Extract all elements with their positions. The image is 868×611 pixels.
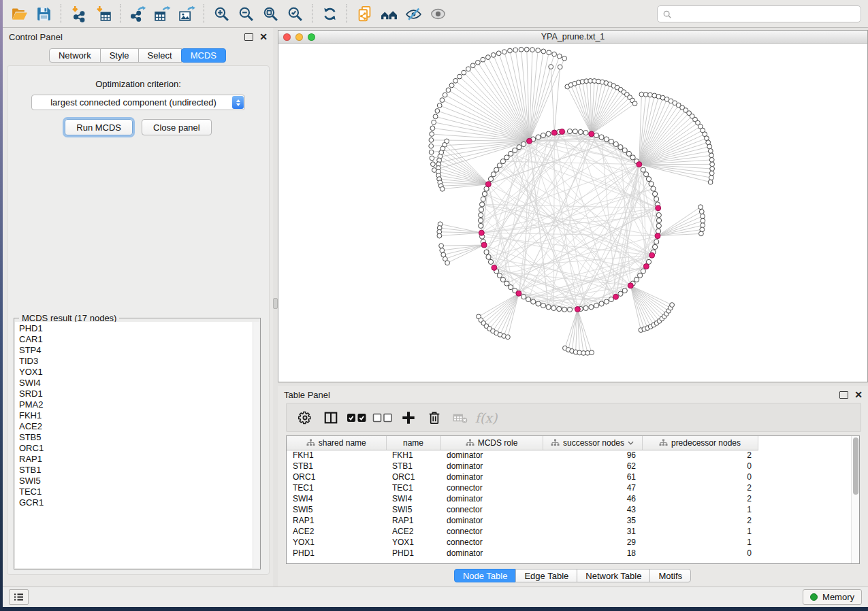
column-header-predecessor-nodes[interactable]: predecessor nodes [642,436,758,450]
mcds-result-list[interactable]: PHD1CAR1STP4TID3YOX1SWI4SRD1PMA2FKH1ACE2… [15,322,259,568]
mcds-result-item[interactable]: SWI4 [19,378,253,389]
cell-MCDS-role[interactable]: dominator [440,548,543,559]
mcds-result-item[interactable]: SWI5 [19,476,253,486]
column-header-shared-name[interactable]: shared name [287,436,386,450]
table-row[interactable]: ACE2ACE2connector311 [287,526,770,537]
mcds-result-item[interactable]: ORC1 [19,443,253,454]
cell-successor-nodes[interactable]: 62 [543,461,642,472]
memory-button[interactable]: Memory [803,589,862,605]
delete-row-button[interactable] [423,406,446,429]
cell-predecessor-nodes[interactable]: 2 [642,493,758,504]
cell-predecessor-nodes[interactable]: 1 [642,504,758,515]
cell-shared-name[interactable]: SWI5 [287,504,386,515]
network-canvas[interactable] [278,44,867,382]
cell-MCDS-role[interactable]: connector [440,482,543,493]
select-all-rows-button[interactable] [345,406,368,429]
tab-motifs[interactable]: Motifs [649,569,691,582]
cell-MCDS-role[interactable]: dominator [440,493,543,504]
cell-MCDS-role[interactable]: dominator [440,515,543,526]
cell-MCDS-role[interactable]: dominator [440,461,543,472]
mcds-result-item[interactable]: TEC1 [19,486,253,497]
mcds-result-item[interactable]: FKH1 [19,410,253,421]
zoom-selected-button[interactable] [283,3,307,24]
cell-successor-nodes[interactable]: 61 [543,472,642,482]
mcds-result-item[interactable]: PMA2 [19,399,253,410]
cell-successor-nodes[interactable]: 43 [543,504,642,515]
mcds-result-item[interactable]: PHD1 [19,323,253,334]
tab-edge-table[interactable]: Edge Table [515,569,577,582]
tab-network-table[interactable]: Network Table [577,569,650,582]
cell-name[interactable]: SWI4 [386,493,440,504]
table-row[interactable]: ORC1ORC1dominator610 [287,472,770,482]
hide-selected-button[interactable] [401,3,425,24]
first-neighbors-button[interactable] [376,3,401,24]
show-all-button[interactable] [425,3,450,24]
import-network-button[interactable] [66,3,91,24]
cell-name[interactable]: FKH1 [386,450,440,461]
export-network-button[interactable] [125,3,150,24]
cell-shared-name[interactable]: RAP1 [287,515,386,526]
cell-successor-nodes[interactable]: 29 [543,537,642,548]
cell-shared-name[interactable]: ACE2 [287,526,386,537]
save-session-button[interactable] [31,3,56,24]
cell-shared-name[interactable]: FKH1 [287,450,386,461]
vertical-splitter[interactable] [273,28,278,587]
cell-name[interactable]: STB1 [386,461,440,472]
open-file-button[interactable] [7,3,31,24]
cell-predecessor-nodes[interactable]: 1 [642,537,758,548]
cell-successor-nodes[interactable]: 18 [543,548,642,559]
splitter-handle[interactable] [273,298,278,309]
mcds-result-item[interactable]: CAR1 [19,334,253,345]
table-row[interactable]: TEC1TEC1connector472 [287,482,770,493]
deselect-all-rows-button[interactable] [371,406,394,429]
mcds-result-item[interactable]: GCR1 [19,497,253,508]
table-row[interactable]: STB1STB1dominator620 [287,461,770,472]
column-header-successor-nodes[interactable]: successor nodes [543,436,642,450]
cell-MCDS-role[interactable]: connector [440,537,543,548]
cell-predecessor-nodes[interactable]: 0 [642,461,758,472]
search-field[interactable] [675,9,856,19]
mcds-result-item[interactable]: STP4 [19,345,253,356]
cell-name[interactable]: SWI5 [386,504,440,515]
table-row[interactable]: SWI5SWI5connector431 [287,504,770,515]
control-panel-close-icon[interactable]: ✕ [259,33,268,41]
cell-predecessor-nodes[interactable]: 2 [642,450,758,461]
column-settings-button[interactable] [293,406,317,429]
cell-name[interactable]: RAP1 [386,515,440,526]
table-scrollbar-thumb[interactable] [853,437,858,495]
refresh-view-button[interactable] [317,3,342,24]
table-row[interactable]: FKH1FKH1dominator962 [287,450,770,461]
run-mcds-button[interactable]: Run MCDS [65,119,133,135]
cell-MCDS-role[interactable]: dominator [440,450,543,461]
cell-shared-name[interactable]: SWI4 [287,493,386,504]
mcds-result-item[interactable]: STB1 [19,465,253,476]
cell-successor-nodes[interactable]: 96 [543,450,642,461]
cell-name[interactable]: TEC1 [386,482,440,493]
tab-style[interactable]: Style [100,48,139,63]
table-row[interactable]: PHD1PHD1dominator180 [287,548,770,559]
export-image-button[interactable] [174,3,199,24]
tab-select[interactable]: Select [138,48,182,63]
table-panel-close-icon[interactable]: ✕ [854,391,863,399]
cell-shared-name[interactable]: ORC1 [287,472,386,482]
mcds-result-item[interactable]: RAP1 [19,454,253,465]
mcds-result-item[interactable]: STB5 [19,432,253,443]
cell-shared-name[interactable]: TEC1 [287,482,386,493]
cell-MCDS-role[interactable]: dominator [440,472,543,482]
tab-node-table[interactable]: Node Table [454,569,517,582]
table-row[interactable]: YOX1YOX1connector291 [287,537,770,548]
cell-successor-nodes[interactable]: 35 [543,515,642,526]
cell-MCDS-role[interactable]: connector [440,504,543,515]
cell-shared-name[interactable]: PHD1 [287,548,386,559]
import-table-button[interactable] [91,3,115,24]
cell-name[interactable]: PHD1 [386,548,440,559]
add-row-button[interactable] [397,406,420,429]
column-header-MCDS-role[interactable]: MCDS role [440,436,543,450]
mcds-result-item[interactable]: TID3 [19,356,253,367]
tab-mcds[interactable]: MCDS [181,48,226,63]
cell-successor-nodes[interactable]: 46 [543,493,642,504]
mcds-list-scrollbar[interactable] [253,322,259,568]
cell-name[interactable]: ORC1 [386,472,440,482]
cell-name[interactable]: ACE2 [386,526,440,537]
cell-MCDS-role[interactable]: connector [440,526,543,537]
